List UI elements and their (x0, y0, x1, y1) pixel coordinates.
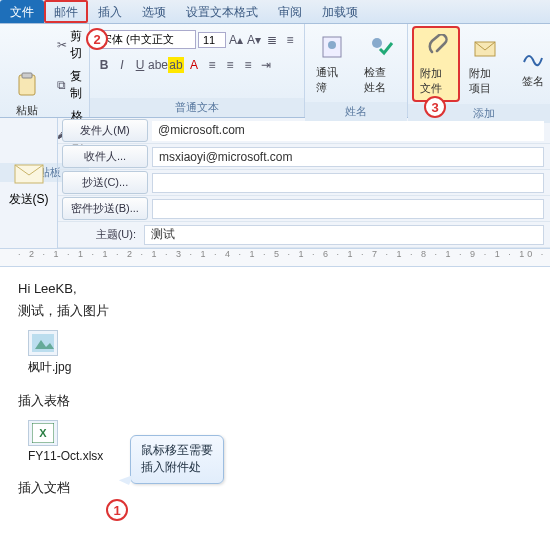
from-value: @microsoft.com (152, 121, 544, 141)
to-button[interactable]: 收件人... (62, 145, 148, 168)
italic-button[interactable]: I (114, 57, 130, 73)
tab-options[interactable]: 选项 (132, 0, 176, 23)
message-body[interactable]: Hi LeeKB, 测试，插入图片 枫叶.jpg 插入表格 X FY11-Oct… (0, 267, 550, 534)
check-names-button[interactable]: 检查姓名 (357, 26, 403, 100)
underline-button[interactable]: U (132, 57, 148, 73)
bcc-button[interactable]: 密件抄送(B)... (62, 197, 148, 220)
align-left-button[interactable]: ≡ (204, 57, 220, 73)
annotation-1: 1 (106, 499, 128, 521)
svg-text:X: X (39, 427, 47, 439)
strike-button[interactable]: abe (150, 57, 166, 73)
tab-file[interactable]: 文件 (0, 0, 44, 23)
attach-item-icon (469, 32, 501, 64)
from-button[interactable]: 发件人(M) (62, 119, 148, 142)
check-names-icon (364, 31, 396, 63)
cut-icon: ✂ (56, 37, 67, 53)
attach-file-button[interactable]: 附加文件 (412, 26, 460, 102)
font-size-select[interactable]: 11 (198, 32, 226, 48)
excel-filename: FY11-Oct.xlsx (28, 449, 103, 463)
annotation-2: 2 (86, 28, 108, 50)
tab-mail[interactable]: 邮件 (44, 0, 88, 23)
send-icon (13, 159, 45, 187)
paperclip-icon (420, 32, 452, 64)
excel-attachment[interactable]: X FY11-Oct.xlsx (28, 420, 103, 463)
excel-icon: X (28, 420, 58, 446)
indent-button[interactable]: ⇥ (258, 57, 274, 73)
signature-button[interactable]: 签名 (510, 35, 550, 94)
cc-button[interactable]: 抄送(C)... (62, 171, 148, 194)
annotation-3: 3 (424, 96, 446, 118)
bullets-icon[interactable]: ≣ (264, 32, 280, 48)
attach-item-button[interactable]: 附加项目 (462, 27, 508, 101)
svg-point-4 (372, 38, 382, 48)
group-text-title: 普通文本 (90, 98, 304, 117)
copy-button[interactable]: ⧉复制 (52, 66, 91, 104)
group-clipboard: 粘贴 ✂剪切 ⧉复制 🖌格式刷 剪贴板 (0, 24, 90, 117)
subject-input[interactable] (144, 225, 544, 245)
bold-button[interactable]: B (96, 57, 112, 73)
group-text: 宋体 (中文正文 11 A▴ A▾ ≣ ≡ B I U abe ab A ≡ ≡… (90, 24, 305, 117)
copy-icon: ⧉ (56, 77, 67, 93)
svg-point-3 (328, 41, 336, 49)
message-header: 发送(S) 发件人(M) @microsoft.com 收件人... 抄送(C)… (0, 118, 550, 249)
group-names: 通讯簿 检查姓名 姓名 (305, 24, 408, 117)
ruler: · 2 · 1 · 1 · 1 · 2 · 1 · 3 · 1 · 4 · 1 … (0, 249, 550, 267)
tab-format[interactable]: 设置文本格式 (176, 0, 268, 23)
contacts-button[interactable]: 通讯簿 (309, 26, 355, 100)
subject-label: 主题(U): (58, 224, 144, 245)
font-name-select[interactable]: 宋体 (中文正文 (96, 30, 196, 49)
to-input[interactable] (152, 147, 544, 167)
body-line-4: 插入文档 (18, 479, 532, 497)
body-line-1: Hi LeeKB, (18, 281, 532, 296)
image-filename: 枫叶.jpg (28, 359, 71, 376)
bcc-input[interactable] (152, 199, 544, 219)
signature-icon (517, 40, 549, 72)
numbering-icon[interactable]: ≡ (282, 32, 298, 48)
cut-button[interactable]: ✂剪切 (52, 26, 91, 64)
cc-input[interactable] (152, 173, 544, 193)
send-button[interactable]: 发送(S) (0, 118, 58, 248)
paste-button[interactable]: 粘贴 (4, 64, 50, 123)
paste-label: 粘贴 (16, 103, 38, 118)
tab-addons[interactable]: 加载项 (312, 0, 368, 23)
tab-review[interactable]: 审阅 (268, 0, 312, 23)
address-book-icon (316, 31, 348, 63)
grow-font-icon[interactable]: A▴ (228, 32, 244, 48)
align-center-button[interactable]: ≡ (222, 57, 238, 73)
font-color-button[interactable]: A (186, 57, 202, 73)
tab-insert[interactable]: 插入 (88, 0, 132, 23)
body-line-3: 插入表格 (18, 392, 532, 410)
align-right-button[interactable]: ≡ (240, 57, 256, 73)
image-attachment[interactable]: 枫叶.jpg (28, 330, 71, 376)
image-thumb-icon (28, 330, 58, 356)
svg-rect-1 (22, 73, 32, 78)
shrink-font-icon[interactable]: A▾ (246, 32, 262, 48)
paste-icon (11, 69, 43, 101)
send-label: 发送(S) (9, 191, 49, 208)
body-line-2: 测试，插入图片 (18, 302, 532, 320)
ribbon: 粘贴 ✂剪切 ⧉复制 🖌格式刷 剪贴板 宋体 (中文正文 11 A▴ A▾ ≣ … (0, 24, 550, 118)
highlight-button[interactable]: ab (168, 57, 184, 73)
ribbon-tabs: 文件 邮件 插入 选项 设置文本格式 审阅 加载项 (0, 0, 550, 24)
tooltip-callout: 鼠标移至需要 插入附件处 (130, 435, 224, 484)
